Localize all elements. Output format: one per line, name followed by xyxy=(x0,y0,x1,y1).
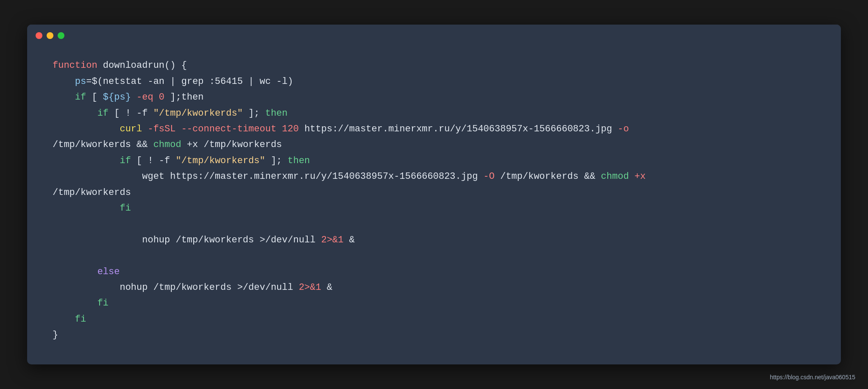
titlebar xyxy=(27,25,841,45)
code-block: function downloadrun() { ps=$(netstat -a… xyxy=(27,45,841,364)
minimize-button[interactable] xyxy=(47,32,53,39)
close-button[interactable] xyxy=(36,32,42,39)
maximize-button[interactable] xyxy=(58,32,64,39)
url-bar: https://blog.csdn.net/java060515 xyxy=(770,374,855,381)
terminal-window: function downloadrun() { ps=$(netstat -a… xyxy=(27,25,841,364)
